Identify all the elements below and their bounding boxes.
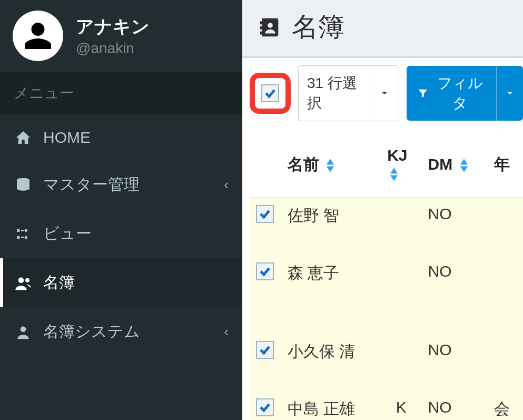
sidebar-item-home[interactable]: HOME <box>0 115 242 160</box>
profile-text: アナキン @anakin <box>76 15 150 57</box>
sidebar-item-view[interactable]: ビュー <box>0 209 242 258</box>
selection-dropdown: 31 行選択 <box>298 65 399 121</box>
person-icon <box>14 324 33 340</box>
col-name[interactable]: 名前 <box>281 136 381 198</box>
cell-kj <box>381 198 421 235</box>
profile-name: アナキン <box>76 15 150 39</box>
cell-kj <box>381 255 421 291</box>
svg-rect-1 <box>17 229 19 231</box>
table-row[interactable]: 森 恵子 NO <box>250 255 523 291</box>
check-icon <box>259 265 271 278</box>
sidebar-item-label: マスター管理 <box>43 174 140 196</box>
sidebar-item-roster[interactable]: 名簿 <box>0 258 242 307</box>
caret-down-icon <box>505 89 515 98</box>
svg-point-4 <box>25 236 27 239</box>
content-panel: 31 行選択 フィルタ 名前 <box>242 56 523 420</box>
menu-section-label: メニュー <box>0 72 242 115</box>
col-year[interactable]: 年 <box>488 136 523 198</box>
address-book-icon <box>258 15 282 40</box>
sort-icon <box>325 159 335 172</box>
cell-name: 小久保 清 <box>281 334 381 370</box>
page-header: 名簿 <box>242 0 523 56</box>
cell-name: 中島 正雄 <box>281 391 381 420</box>
row-checkbox[interactable] <box>256 341 274 359</box>
table-body: 佐野 智 NO 森 恵子 NO 小久保 清 <box>250 198 523 421</box>
filter-caret-button[interactable] <box>496 66 523 121</box>
svg-point-5 <box>18 277 24 283</box>
sidebar-item-label: 名簿 <box>43 272 75 294</box>
sort-icon <box>459 159 469 172</box>
table-row[interactable]: 佐野 智 NO <box>250 198 523 235</box>
users-icon <box>14 275 33 291</box>
select-all-checkbox[interactable] <box>261 84 279 102</box>
profile-handle: @anakin <box>76 40 150 57</box>
svg-point-7 <box>21 326 26 332</box>
caret-down-icon <box>380 89 389 98</box>
svg-point-8 <box>268 23 273 28</box>
svg-point-3 <box>25 229 27 231</box>
cell-name: 佐野 智 <box>281 198 381 235</box>
check-icon <box>259 208 271 220</box>
row-checkbox[interactable] <box>256 262 274 280</box>
filter-label: フィルタ <box>435 73 486 113</box>
cell-extra <box>488 198 523 235</box>
filter-group: フィルタ <box>407 66 523 121</box>
cell-name: 森 恵子 <box>281 255 381 291</box>
sidebar: アナキン @anakin メニュー HOME マスター管理 ‹ ビュー 名簿 名… <box>0 0 242 420</box>
sort-icon <box>389 168 399 181</box>
check-icon <box>264 87 277 100</box>
row-checkbox[interactable] <box>256 205 274 223</box>
table-header-row: 名前 KJ DM <box>250 136 523 198</box>
check-icon <box>259 344 271 356</box>
avatar <box>13 11 63 61</box>
main: 名簿 31 行選択 フィルタ <box>242 0 523 420</box>
filter-button[interactable]: フィルタ <box>407 66 496 121</box>
sidebar-item-roster-system[interactable]: 名簿システム ‹ <box>0 307 242 356</box>
selection-caret-button[interactable] <box>370 65 399 121</box>
table-row[interactable]: 小久保 清 NO <box>250 334 523 370</box>
cell-dm: NO <box>422 198 488 235</box>
sidebar-item-label: ビュー <box>43 223 92 245</box>
check-icon <box>259 401 271 414</box>
cell-dm: NO <box>422 391 488 420</box>
svg-point-6 <box>25 278 29 282</box>
cell-kj: K <box>381 391 421 420</box>
svg-rect-2 <box>17 236 19 239</box>
table-row[interactable]: 中島 正雄 K NO 会 <box>250 391 523 420</box>
cell-extra <box>488 255 523 291</box>
funnel-icon <box>417 86 429 100</box>
cell-extra: 会 <box>488 391 523 420</box>
home-icon <box>14 129 33 146</box>
view-icon <box>14 226 33 242</box>
select-all-highlight <box>250 73 291 114</box>
sidebar-item-label: HOME <box>43 129 91 146</box>
selection-count: 31 行選択 <box>298 65 370 121</box>
cell-dm: NO <box>422 255 488 291</box>
toolbar: 31 行選択 フィルタ <box>250 65 523 121</box>
row-checkbox[interactable] <box>256 398 274 416</box>
sidebar-item-master[interactable]: マスター管理 ‹ <box>0 160 242 209</box>
cell-kj <box>381 334 421 370</box>
cell-extra <box>488 334 523 370</box>
user-icon <box>22 20 54 52</box>
col-kj[interactable]: KJ <box>381 136 421 198</box>
profile: アナキン @anakin <box>0 0 242 72</box>
sidebar-item-label: 名簿システム <box>43 321 140 343</box>
database-icon <box>14 177 33 193</box>
chevron-left-icon: ‹ <box>224 177 229 193</box>
page-title: 名簿 <box>292 9 344 45</box>
chevron-left-icon: ‹ <box>224 324 229 340</box>
cell-dm: NO <box>422 334 488 370</box>
col-dm[interactable]: DM <box>422 136 488 198</box>
roster-table: 名前 KJ DM <box>250 136 523 420</box>
